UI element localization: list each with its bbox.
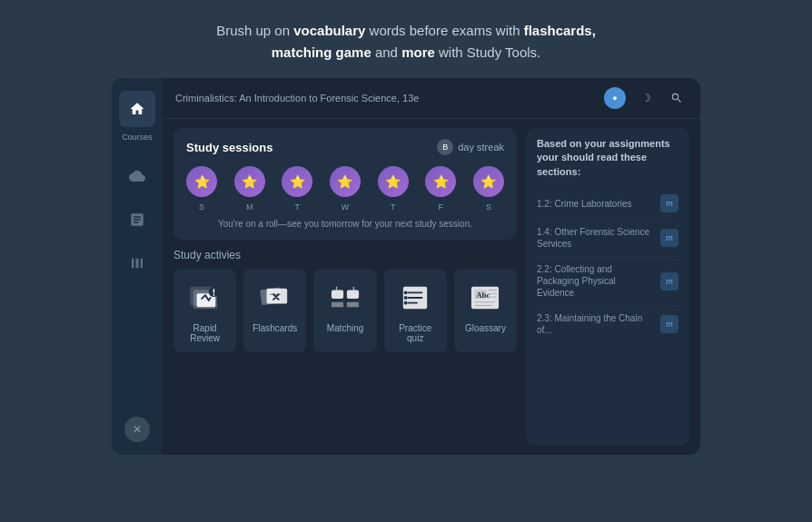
day-label-wed: W bbox=[342, 202, 350, 212]
search-button[interactable] bbox=[666, 87, 688, 109]
sidebar-item-columns[interactable] bbox=[119, 245, 155, 281]
dot-icon: ● bbox=[612, 94, 617, 103]
day-circle-tue1: ⭐ bbox=[282, 166, 312, 197]
rec-item-1[interactable]: 1.2: Crime Laboratories m bbox=[537, 188, 678, 220]
rec-text-3: 2.2: Collecting and Packaging Physical E… bbox=[537, 263, 660, 299]
sidebar-item-cloud[interactable] bbox=[119, 158, 155, 194]
card-header: Study sessions B day streak bbox=[186, 139, 504, 155]
activities-grid: Rapid Review bbox=[173, 269, 517, 352]
day-item-sun1: ⭐ S bbox=[186, 166, 217, 212]
header-bold-flashcards: flashcards, bbox=[524, 23, 596, 38]
top-bar-icons: ● ☽ bbox=[604, 87, 688, 109]
day-circle-fri: ⭐ bbox=[425, 166, 456, 197]
sidebar: Courses ✕ bbox=[112, 78, 163, 455]
rec-text-1: 1.2: Crime Laboratories bbox=[537, 198, 660, 210]
day-circle-sun1: ⭐ bbox=[186, 166, 217, 197]
practice-quiz-icon bbox=[397, 280, 433, 316]
rapid-review-icon bbox=[187, 280, 223, 316]
sidebar-item-home[interactable] bbox=[119, 91, 155, 127]
rapid-review-label: Rapid Review bbox=[181, 323, 229, 343]
rec-item-4[interactable]: 2.3: Maintaining the Chain of... m bbox=[537, 306, 678, 342]
flashcards-card[interactable]: Flashcards bbox=[243, 269, 306, 352]
dot-icon-button[interactable]: ● bbox=[604, 87, 626, 109]
rec-icon-2: m bbox=[660, 229, 678, 247]
rec-icon-1: m bbox=[660, 194, 678, 212]
day-item-mon: ⭐ M bbox=[234, 166, 265, 212]
main-content: Criminalistics: An Introduction to Foren… bbox=[163, 78, 700, 455]
top-bar: Criminalistics: An Introduction to Foren… bbox=[163, 78, 700, 119]
day-circle-mon: ⭐ bbox=[234, 166, 265, 197]
glossary-card[interactable]: Abc Gloassary bbox=[454, 269, 517, 352]
study-message: You're on a roll—see you tomorrow for yo… bbox=[186, 219, 504, 229]
day-item-sat: ⭐ S bbox=[473, 166, 504, 212]
rec-item-2[interactable]: 1.4: Other Forensic Science Services m bbox=[537, 220, 678, 257]
day-item-fri: ⭐ F bbox=[425, 166, 456, 212]
rec-item-3[interactable]: 2.2: Collecting and Packaging Physical E… bbox=[537, 257, 678, 306]
rec-icon-4: m bbox=[660, 315, 678, 333]
content-area: Study sessions B day streak ⭐ S bbox=[163, 119, 700, 455]
header-text: Brush up on vocabulary words before exam… bbox=[198, 0, 614, 78]
left-panel: Study sessions B day streak ⭐ S bbox=[173, 128, 517, 446]
matching-label: Matching bbox=[327, 323, 364, 333]
sidebar-courses-label: Courses bbox=[122, 133, 153, 142]
app-container: Courses ✕ Criminalistics: An Introductio… bbox=[112, 78, 700, 455]
flashcards-icon bbox=[257, 280, 293, 316]
flashcards-label: Flashcards bbox=[253, 323, 297, 333]
svg-rect-6 bbox=[332, 291, 343, 299]
svg-rect-8 bbox=[332, 302, 343, 308]
svg-text:Abc: Abc bbox=[477, 291, 490, 300]
study-sessions-title: Study sessions bbox=[186, 141, 272, 154]
day-item-tue2: ⭐ T bbox=[378, 166, 409, 212]
practice-quiz-card[interactable]: Practice quiz bbox=[384, 269, 447, 352]
rec-text-2: 1.4: Other Forensic Science Services bbox=[537, 226, 660, 250]
sidebar-top: Courses bbox=[119, 91, 155, 142]
rec-icon-3: m bbox=[660, 272, 678, 291]
close-icon: ✕ bbox=[133, 423, 142, 436]
svg-point-16 bbox=[404, 291, 408, 294]
rapid-review-card[interactable]: Rapid Review bbox=[173, 269, 236, 352]
close-button[interactable]: ✕ bbox=[124, 417, 150, 442]
study-sessions-card: Study sessions B day streak ⭐ S bbox=[173, 128, 517, 240]
day-label-sun1: S bbox=[199, 202, 204, 212]
practice-quiz-label: Practice quiz bbox=[391, 323, 440, 343]
svg-point-18 bbox=[404, 301, 408, 305]
theme-toggle-button[interactable]: ☽ bbox=[635, 87, 657, 109]
moon-icon: ☽ bbox=[641, 92, 651, 104]
streak-label: day streak bbox=[458, 142, 504, 153]
header-bold-matching: matching game bbox=[272, 44, 371, 60]
day-label-sat: S bbox=[486, 202, 491, 212]
header-bold-vocabulary: vocabulary bbox=[293, 23, 365, 38]
days-row: ⭐ S ⭐ M ⭐ T ⭐ W bbox=[186, 166, 504, 212]
day-item-tue1: ⭐ T bbox=[282, 166, 312, 212]
day-label-tue1: T bbox=[295, 202, 301, 212]
sidebar-item-assignments[interactable] bbox=[119, 202, 155, 238]
header-bold-more: more bbox=[401, 44, 435, 60]
recommendations-card: Based on your assignments your should re… bbox=[526, 128, 689, 446]
glossary-icon: Abc bbox=[467, 280, 503, 316]
day-label-mon: M bbox=[246, 202, 253, 212]
day-circle-tue2: ⭐ bbox=[378, 166, 409, 197]
day-label-tue2: T bbox=[391, 202, 396, 212]
day-circle-sat: ⭐ bbox=[473, 166, 504, 197]
header-line2: matching game and more with Study Tools. bbox=[272, 44, 541, 60]
rec-text-4: 2.3: Maintaining the Chain of... bbox=[537, 312, 660, 336]
day-item-wed: ⭐ W bbox=[330, 166, 361, 212]
day-label-fri: F bbox=[439, 202, 444, 212]
activities-title: Study activies bbox=[173, 249, 517, 261]
streak-icon: B bbox=[437, 139, 453, 155]
recommendations-title: Based on your assignments your should re… bbox=[537, 137, 678, 179]
svg-rect-7 bbox=[347, 291, 359, 299]
course-title: Criminalistics: An Introduction to Foren… bbox=[175, 93, 419, 103]
streak-badge: B day streak bbox=[437, 139, 504, 155]
svg-point-17 bbox=[404, 296, 408, 300]
day-circle-wed: ⭐ bbox=[330, 166, 361, 197]
matching-icon bbox=[327, 280, 363, 316]
matching-card[interactable]: Matching bbox=[313, 269, 376, 352]
activities-section: Study activies bbox=[173, 249, 517, 446]
glossary-label: Gloassary bbox=[465, 323, 506, 333]
right-panel: Based on your assignments your should re… bbox=[526, 128, 689, 446]
svg-rect-9 bbox=[347, 302, 359, 308]
header-line1: Brush up on vocabulary words before exam… bbox=[216, 23, 596, 38]
